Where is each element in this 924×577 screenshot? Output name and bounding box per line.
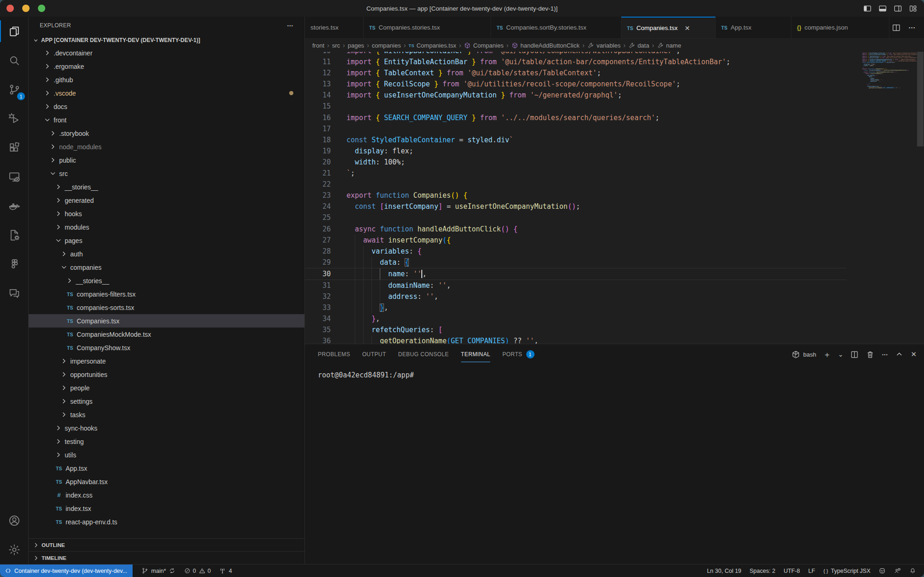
breadcrumb-item-pages[interactable]: pages <box>348 42 364 49</box>
tree-file-app-tsx[interactable]: TSApp.tsx <box>29 462 304 475</box>
editor-scrollbar[interactable] <box>917 52 924 344</box>
breadcrumb-item-companies[interactable]: Companies <box>464 42 504 49</box>
code-line-18[interactable]: 18const StyledTableContainer = styled.di… <box>305 134 846 146</box>
code-line-12[interactable]: 12import { TableContext } from '@ui/tabl… <box>305 67 846 79</box>
activity-item-settings[interactable] <box>0 535 29 564</box>
tree-file-index-tsx[interactable]: TSindex.tsx <box>29 502 304 515</box>
code-line-35[interactable]: 35 refetchQueries: [ <box>305 324 846 335</box>
tree-folder-node-modules[interactable]: node_modules <box>29 140 304 153</box>
activity-item-search[interactable] <box>0 46 29 75</box>
encoding-item[interactable]: UTF-8 <box>779 565 804 577</box>
tree-folder-utils[interactable]: utils <box>29 448 304 462</box>
code-line-26[interactable]: 26 async function handleAddButtonClick()… <box>305 224 846 235</box>
code-line-33[interactable]: 33 }, <box>305 302 846 313</box>
tree-folder-hooks[interactable]: hooks <box>29 207 304 220</box>
code-line-22[interactable]: 22 <box>305 179 846 190</box>
activity-item-accounts[interactable] <box>0 506 29 535</box>
code-editor[interactable]: 10import { WithTopBarContainer } from '@… <box>305 52 924 344</box>
code-line-21[interactable]: 21`; <box>305 168 846 179</box>
activity-item-extensions[interactable] <box>0 133 29 162</box>
code-line-20[interactable]: 20 width: 100%; <box>305 157 846 168</box>
github-item[interactable] <box>875 565 890 577</box>
code-line-10[interactable]: 10import { WithTopBarContainer } from '@… <box>305 52 846 56</box>
tree-folder-public[interactable]: public <box>29 153 304 167</box>
tree-folder--stories-[interactable]: __stories__ <box>29 180 304 194</box>
close-tab-icon[interactable]: ✕ <box>685 24 690 32</box>
tree-folder--ergomake[interactable]: .ergomake <box>29 60 304 73</box>
code-line-11[interactable]: 11import { EntityTableActionBar } from '… <box>305 56 846 67</box>
terminal-dropdown-icon[interactable]: ⌄ <box>838 351 844 358</box>
explorer-more-actions-icon[interactable]: ⋯ <box>287 22 294 29</box>
tree-folder-settings[interactable]: settings <box>29 395 304 408</box>
tab-app-tsx[interactable]: TSApp.tsx <box>716 17 791 38</box>
kill-terminal-icon[interactable] <box>866 350 875 359</box>
code-line-15[interactable]: 15 <box>305 101 846 112</box>
code-line-24[interactable]: 24 const [insertCompany] = useInsertOneC… <box>305 201 846 212</box>
tree-folder-companies[interactable]: companies <box>29 261 304 274</box>
activity-item-figma[interactable] <box>0 249 29 279</box>
breadcrumb-item-name[interactable]: name <box>657 42 681 49</box>
tree-folder--github[interactable]: .github <box>29 73 304 86</box>
workspace-section-header[interactable]: APP [CONTAINER DEV-TWENTY-DEV (DEV-TWENT… <box>29 34 304 46</box>
tree-folder-tasks[interactable]: tasks <box>29 408 304 421</box>
activity-item-comments[interactable] <box>0 279 29 308</box>
toggle-primary-sidebar-icon[interactable] <box>863 4 872 13</box>
tree-folder-sync-hooks[interactable]: sync-hooks <box>29 421 304 435</box>
language-mode-item[interactable]: { } TypeScript JSX <box>819 565 875 577</box>
tree-file-companyshow-tsx[interactable]: TSCompanyShow.tsx <box>29 341 304 354</box>
breadcrumb-item-data[interactable]: data <box>628 42 649 49</box>
close-panel-icon[interactable]: ✕ <box>911 350 917 358</box>
split-editor-icon[interactable] <box>892 23 901 32</box>
activity-item-remote-explorer[interactable] <box>0 162 29 191</box>
code-line-14[interactable]: 14import { useInsertOneCompanyMutation }… <box>305 90 846 101</box>
code-line-27[interactable]: 27 await insertCompany({ <box>305 235 846 246</box>
problems-item[interactable]: 0 0 <box>180 565 215 577</box>
sidebar-section-timeline[interactable]: TIMELINE <box>29 551 304 564</box>
tree-folder-src[interactable]: src <box>29 167 304 180</box>
code-line-31[interactable]: 31 domainName: '', <box>305 280 846 291</box>
tree-folder-testing[interactable]: testing <box>29 435 304 448</box>
indentation-item[interactable]: Spaces: 2 <box>746 565 780 577</box>
code-line-29[interactable]: 29 data: { <box>305 257 846 268</box>
tree-folder-generated[interactable]: generated <box>29 194 304 207</box>
tree-folder--vscode[interactable]: .vscode <box>29 86 304 100</box>
git-branch-item[interactable]: main* <box>137 565 180 577</box>
tab-companies-tsx[interactable]: TSCompanies.tsx✕ <box>621 17 716 38</box>
tab-companies-sortby-stories-tsx[interactable]: TSCompanies.sortBy.stories.tsx <box>491 17 621 38</box>
tree-folder--storybook[interactable]: .storybook <box>29 127 304 140</box>
tree-folder-people[interactable]: people <box>29 381 304 395</box>
panel-more-actions-icon[interactable]: ⋯ <box>881 351 888 358</box>
tab-companies-stories-tsx[interactable]: TSCompanies.stories.tsx <box>364 17 491 38</box>
code-line-17[interactable]: 17 <box>305 123 846 134</box>
panel-tab-terminal[interactable]: TERMINAL <box>461 344 491 364</box>
tree-folder-opportunities[interactable]: opportunities <box>29 368 304 381</box>
tree-folder--devcontainer[interactable]: .devcontainer <box>29 46 304 60</box>
activity-item-file-gear[interactable] <box>0 220 29 249</box>
cursor-position-item[interactable]: Ln 30, Col 19 <box>703 565 745 577</box>
tab-stories-tsx[interactable]: stories.tsx <box>305 17 364 38</box>
activity-item-source-control[interactable]: 1 <box>0 75 29 104</box>
breadcrumb-item-front[interactable]: front <box>312 42 324 49</box>
code-line-13[interactable]: 13import { RecoilScope } from '@ui/utili… <box>305 79 846 90</box>
notifications-item[interactable] <box>905 565 920 577</box>
editor-more-actions-icon[interactable]: ⋯ <box>908 24 916 32</box>
feedback-item[interactable] <box>890 565 905 577</box>
code-line-32[interactable]: 32 address: '', <box>305 291 846 302</box>
tree-file-companiesmockmode-tsx[interactable]: TSCompaniesMockMode.tsx <box>29 328 304 341</box>
code-line-30[interactable]: 30 name: '', <box>305 268 846 280</box>
tree-file-react-app-env-d-ts[interactable]: TSreact-app-env.d.ts <box>29 515 304 528</box>
tree-folder-docs[interactable]: docs <box>29 100 304 113</box>
activity-item-run-debug[interactable] <box>0 104 29 133</box>
activity-item-explorer[interactable] <box>0 17 29 46</box>
split-terminal-icon[interactable] <box>850 350 859 359</box>
tree-folder--stories-[interactable]: __stories__ <box>29 274 304 287</box>
tree-folder-modules[interactable]: modules <box>29 220 304 234</box>
breadcrumb-item-companies-tsx[interactable]: TSCompanies.tsx <box>408 42 456 49</box>
remote-indicator[interactable]: Container dev-twenty-dev (dev-twenty-dev… <box>0 565 133 577</box>
breadcrumb-item-handleaddbuttonclick[interactable]: handleAddButtonClick <box>511 42 580 49</box>
new-terminal-icon[interactable]: ＋ <box>823 349 831 360</box>
tree-folder-impersonate[interactable]: impersonate <box>29 354 304 368</box>
ports-item[interactable]: 4 <box>215 565 236 577</box>
tab-companies-json[interactable]: {}companies.json <box>791 17 889 38</box>
code-line-34[interactable]: 34 }, <box>305 313 846 324</box>
